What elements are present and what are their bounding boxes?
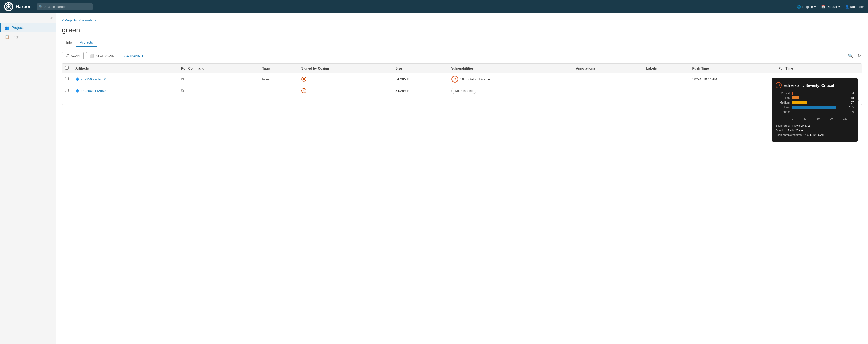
sidebar-projects-label: Projects <box>12 26 25 30</box>
sidebar: « 👥 Projects 📋 Logs <box>0 13 56 344</box>
chart-value: 0 <box>852 110 854 113</box>
row1-cosign-icon: ✕ <box>301 76 306 82</box>
row1-copy-icon[interactable]: ⧉ <box>181 77 184 81</box>
sidebar-item-logs[interactable]: 📋 Logs <box>0 32 56 41</box>
tooltip-header: C Vulnerability Severity: Critical <box>776 82 854 88</box>
col-labels: Labels <box>643 64 689 73</box>
row2-checkbox[interactable] <box>65 89 68 92</box>
row1-labels <box>643 73 689 86</box>
row2-tags <box>259 86 298 96</box>
chart-label: High <box>776 96 789 99</box>
row1-vuln-text: 164 Total - 0 Fixable <box>460 77 490 81</box>
chart-value: 4 <box>852 92 854 95</box>
toolbar-right: 🔍 ↻ <box>847 52 862 59</box>
language-label: English <box>802 5 813 9</box>
row1-cosign: ✕ <box>298 73 393 86</box>
row2-push-time <box>689 86 775 96</box>
row1-artifact-link[interactable]: 🔷 sha256:7ecbcf50 <box>75 77 175 81</box>
language-selector[interactable]: 🌐 English ▾ <box>797 5 816 9</box>
col-artifacts: Artifacts <box>72 64 178 73</box>
search-artifacts-button[interactable]: 🔍 <box>847 52 854 59</box>
chevron-down-icon: ▾ <box>814 5 816 9</box>
row1-pull-command: ⧉ <box>178 73 259 86</box>
tooltip-title: Vulnerability Severity: Critical <box>784 83 834 88</box>
logs-icon: 📋 <box>5 35 9 39</box>
chart-bar-row: Low105 <box>776 105 854 108</box>
col-push-time: Push Time <box>689 64 775 73</box>
col-pull-command: Pull Command <box>178 64 259 73</box>
axis-label: 0 <box>792 118 793 120</box>
scanned-by-row: Scanned by: Trivy@v0.37.2 <box>776 123 854 128</box>
duration-value: 1 min 20 sec <box>788 129 804 132</box>
row2-copy-icon[interactable]: ⧉ <box>181 88 184 93</box>
scan-completed-row: Scan completed time: 1/2/24, 10:16 AM <box>776 133 854 137</box>
chart-bar <box>792 110 792 113</box>
artifact-icon-1: 🔷 <box>75 77 80 81</box>
row1-annotations <box>573 73 643 86</box>
breadcrumb-projects[interactable]: < Projects <box>62 18 76 22</box>
row1-vuln-badge: C 164 Total - 0 Fixable <box>451 75 570 83</box>
vuln-meta: Scanned by: Trivy@v0.37.2 Duration: 1 mi… <box>776 123 854 137</box>
row2-pull-command: ⧉ <box>178 86 259 96</box>
refresh-button[interactable]: ↻ <box>857 52 862 59</box>
chart-bar-row: Medium37 <box>776 101 854 104</box>
axis-label: 90 <box>830 118 833 120</box>
tabs: Info Artifacts <box>62 38 862 47</box>
chart-bar-row: Critical4 <box>776 92 854 95</box>
row2-vulnerabilities: Not Scanned <box>448 86 573 96</box>
row2-size: 54.28MiB <box>392 86 448 96</box>
chart-value: 105 <box>849 105 854 108</box>
svg-rect-3 <box>8 3 9 5</box>
topnav-right: 🌐 English ▾ 📅 Default ▾ 👤 labs-user <box>797 5 864 9</box>
user-icon: 👤 <box>845 5 849 9</box>
chart-bar <box>792 92 794 95</box>
col-signed: Signed by Cosign <box>298 64 393 73</box>
chart-label: None <box>776 110 789 113</box>
col-size: Size <box>392 64 448 73</box>
search-icon: 🔍 <box>39 5 43 9</box>
scan-completed-value: 1/2/24, 10:16 AM <box>803 133 824 136</box>
axis-labels: 0306090120 <box>776 118 847 120</box>
row2-artifact-link[interactable]: 🔷 sha256:3142d59d <box>75 89 175 93</box>
row2-artifact: 🔷 sha256:3142d59d <box>72 86 178 96</box>
row1-push-time: 1/2/24, 10:14 AM <box>689 73 775 86</box>
axis-label: 30 <box>804 118 806 120</box>
row2-cosign: ✕ <box>298 86 393 96</box>
select-all-checkbox[interactable] <box>65 66 68 69</box>
shield-icon: 🛡 <box>66 54 69 58</box>
app-name: Harbor <box>16 4 31 9</box>
user-menu[interactable]: 👤 labs-user <box>845 5 864 9</box>
toolbar: 🛡 SCAN ⬜ STOP SCAN ACTIONS ▾ 🔍 ↻ <box>62 52 862 59</box>
tab-info[interactable]: Info <box>62 38 76 47</box>
actions-button[interactable]: ACTIONS ▾ <box>121 52 147 59</box>
sidebar-toggle-button[interactable]: « <box>50 16 53 20</box>
row1-tags: latest <box>259 73 298 86</box>
page-title: green <box>62 26 862 34</box>
chart-bar <box>792 105 836 108</box>
row2-labels <box>643 86 689 96</box>
scan-button[interactable]: 🛡 SCAN <box>62 52 84 59</box>
default-selector[interactable]: 📅 Default ▾ <box>821 5 840 9</box>
row1-critical-circle: C <box>451 75 458 83</box>
chart-label: Medium <box>776 101 789 104</box>
sidebar-item-projects[interactable]: 👥 Projects <box>0 23 56 32</box>
artifact-icon-2: 🔷 <box>75 89 80 93</box>
breadcrumb: < Projects < team-labs <box>62 18 862 22</box>
row1-artifact: 🔷 sha256:7ecbcf50 <box>72 73 178 86</box>
select-all-header <box>62 64 72 73</box>
col-pull-time: Pull Time <box>775 64 862 73</box>
pagination: 1 - 2 of 2 items <box>62 96 862 104</box>
chevron-down-icon-2: ▾ <box>838 5 840 9</box>
row1-checkbox[interactable] <box>65 77 68 81</box>
globe-icon: 🌐 <box>797 5 801 9</box>
breadcrumb-team[interactable]: < team-labs <box>79 18 96 22</box>
table-row: 🔷 sha256:3142d59d ⧉ ✕ 54.28MiB <box>62 86 862 96</box>
app-logo[interactable]: Harbor <box>4 2 31 11</box>
search-input[interactable] <box>37 3 93 10</box>
stop-scan-button[interactable]: ⬜ STOP SCAN <box>86 52 118 59</box>
row1-checkbox-cell <box>62 73 72 86</box>
tab-artifacts[interactable]: Artifacts <box>76 38 97 47</box>
chart-bar <box>792 96 799 99</box>
calendar-icon: 📅 <box>821 5 825 9</box>
artifacts-table: Artifacts Pull Command Tags Signed by Co… <box>62 63 862 105</box>
